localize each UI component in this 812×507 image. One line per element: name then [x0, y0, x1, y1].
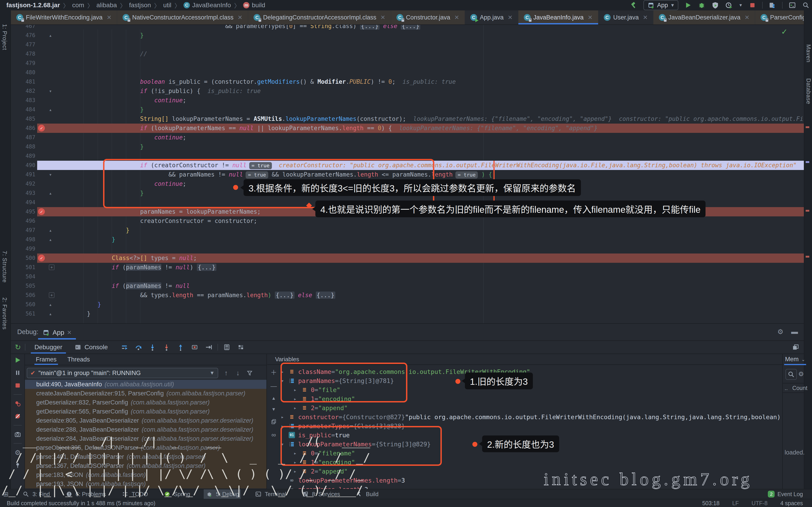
code-line[interactable]: 505if (paramNames != null [11, 281, 804, 291]
layout-settings-icon[interactable] [237, 343, 245, 351]
stack-frame[interactable]: parse:183, JSON(com.alibaba.fastjson) [25, 470, 266, 480]
fold-marker[interactable]: + [49, 292, 54, 298]
line-ending[interactable]: LF [732, 500, 739, 507]
inspection-ok-icon[interactable]: ✓ [779, 27, 789, 37]
run-to-cursor-icon[interactable] [205, 343, 212, 351]
code-line[interactable]: 487continue; [11, 133, 804, 142]
pause-icon[interactable] [14, 369, 21, 377]
step-over-icon[interactable] [135, 343, 142, 351]
stack-frame[interactable]: deserialze:288, JavaBeanDeserializer(com… [25, 425, 266, 434]
add-watch-icon[interactable]: ＋ [270, 368, 277, 377]
code-line[interactable]: 484▴} [11, 105, 804, 114]
stop-icon[interactable] [14, 382, 21, 389]
code-line[interactable]: 467&& parameterTypes[0] == String.class)… [11, 25, 804, 31]
caret-position[interactable]: 503:18 [702, 500, 719, 507]
project-structure-icon[interactable] [768, 1, 776, 9]
tab-console[interactable]: Console [68, 341, 114, 353]
code-line[interactable]: 499 [11, 244, 804, 253]
tool-window-button-problems[interactable]: 6: Problems [63, 489, 108, 499]
debug-button[interactable] [698, 1, 706, 9]
profiler-button[interactable] [725, 1, 733, 9]
tool-window-button-spring[interactable]: Spring [161, 489, 192, 499]
chevron-down-icon[interactable]: ▼ [739, 3, 743, 8]
breadcrumb-item[interactable]: util [163, 2, 171, 9]
fold-marker[interactable]: ▴ [49, 31, 52, 40]
remove-watch-icon[interactable]: — [270, 383, 277, 390]
stack-frame[interactable]: deserialze:284, JavaBeanDeserializer(com… [25, 434, 266, 443]
move-down-icon[interactable]: ▼ [271, 407, 276, 412]
close-icon[interactable]: ✕ [643, 14, 648, 21]
drop-frame-icon[interactable] [191, 343, 198, 351]
rerun-icon[interactable]: ↻ [14, 343, 22, 351]
restore-layout-icon[interactable] [792, 343, 799, 351]
code-line[interactable]: 497▴} [11, 226, 804, 235]
tool-window-button-terminal[interactable]: Terminal [253, 489, 288, 499]
tool-window-button-find[interactable]: 3: Find [20, 489, 51, 499]
editor-tab[interactable]: CDelegatingConstructorAccessorImpl.class… [248, 10, 391, 24]
debug-session-tab[interactable]: App ✕ [38, 326, 76, 340]
stack-frame[interactable]: getDeserializer:832, ParserConfig(com.al… [25, 398, 266, 407]
step-into-icon[interactable] [149, 343, 156, 351]
tab-frames[interactable]: Frames [36, 354, 57, 365]
code-line[interactable]: 483continue; [11, 96, 804, 105]
build-hammer-icon[interactable] [630, 1, 638, 9]
breadcrumb-item[interactable]: fastjson-1.2.68.jar [6, 2, 60, 9]
tab-memory[interactable]: Mem ⌄ [785, 356, 805, 363]
tree-chevron-icon[interactable]: ▸ [281, 414, 289, 420]
tool-button-project[interactable]: 1: Project [1, 24, 8, 50]
code-line[interactable]: 488} [11, 142, 804, 152]
tool-window-button-services[interactable]: 8: Services [300, 489, 342, 499]
close-icon[interactable]: ✕ [588, 14, 593, 21]
fold-marker[interactable]: + [49, 265, 54, 270]
event-log-button[interactable]: 2 Event Log [768, 491, 803, 498]
fold-marker[interactable]: ▾ [49, 87, 52, 96]
resume-icon[interactable] [14, 356, 21, 364]
close-icon[interactable]: ✕ [508, 14, 513, 21]
step-out-icon[interactable] [177, 343, 185, 351]
watches-icon[interactable]: ∞ [271, 432, 276, 439]
code-line[interactable]: 478// [11, 49, 804, 59]
evaluate-expression-icon[interactable] [223, 343, 231, 351]
editor-tab[interactable]: CApp.java✕ [465, 10, 518, 24]
terminal-run-icon[interactable] [789, 1, 796, 9]
frame-up-icon[interactable]: ↑ [222, 369, 230, 377]
editor-tab[interactable]: CJavaBeanDeserializer.java✕ [653, 10, 755, 24]
breadcrumb-item[interactable]: mbuild [243, 2, 265, 9]
fold-marker[interactable]: ▾ [49, 170, 52, 179]
stack-frame[interactable]: build:490, JavaBeanInfo(com.alibaba.fast… [25, 380, 266, 389]
editor-tab[interactable]: CParserConfig.java✕ [755, 10, 812, 24]
fold-marker[interactable]: ▴ [49, 188, 52, 198]
stack-frame[interactable]: getDeserializer:565, ParserConfig(com.al… [25, 407, 266, 416]
variable-row[interactable]: ▸constructor = {Constructor@827} "public… [281, 412, 782, 421]
file-encoding[interactable]: UTF-8 [752, 500, 768, 507]
code-line[interactable]: 482▾if (!is_public) { is_public: true [11, 87, 804, 96]
breakpoint-icon[interactable]: ✓ [38, 125, 45, 131]
tool-button-maven[interactable]: Maven [805, 44, 812, 62]
snapshot-camera-icon[interactable] [14, 431, 21, 438]
code-line[interactable]: 501+if (paramNames != null) {...} [11, 263, 804, 272]
tool-button-favorites[interactable]: 2: Favorites [1, 297, 8, 330]
copy-icon[interactable] [270, 418, 277, 426]
close-icon[interactable]: ✕ [107, 14, 112, 21]
tree-chevron-icon[interactable]: ▸ [294, 468, 301, 474]
close-icon[interactable]: ✕ [380, 14, 386, 21]
tree-chevron-icon[interactable]: ▸ [294, 405, 301, 411]
pin-icon[interactable] [14, 461, 21, 469]
code-line[interactable]: 498▴} [11, 235, 804, 244]
code-line[interactable]: 486✓if (lookupParameterNames == null || … [11, 124, 804, 133]
close-icon[interactable]: ✕ [238, 14, 243, 21]
close-icon[interactable]: ✕ [67, 329, 72, 336]
code-line[interactable]: 504 [11, 272, 804, 281]
breadcrumb-item[interactable]: fastjson [129, 2, 151, 9]
coverage-button[interactable] [711, 1, 719, 9]
code-line[interactable]: 496creatorConstructor = constructor; [11, 216, 804, 226]
fold-marker[interactable]: ▴ [49, 235, 52, 244]
force-step-into-icon[interactable] [163, 343, 170, 351]
fold-marker[interactable]: ▴ [49, 226, 52, 235]
stack-frame[interactable]: createJavaBeanDeserializer:915, ParserCo… [25, 389, 266, 398]
frame-down-icon[interactable]: ↓ [234, 369, 242, 377]
close-icon[interactable]: ✕ [745, 14, 750, 21]
tool-button-structure[interactable]: 7: Structure [1, 251, 8, 283]
editor-tab[interactable]: CJavaBeanInfo.java✕ [518, 10, 598, 24]
breakpoint-icon[interactable]: ✓ [38, 208, 45, 215]
